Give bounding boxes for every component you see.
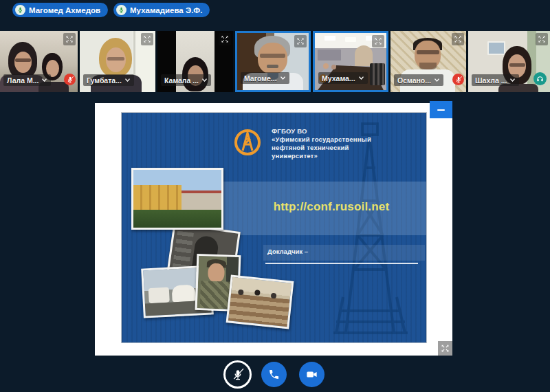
expand-icon[interactable] <box>63 33 76 45</box>
expand-icon[interactable] <box>294 35 307 47</box>
mic-muted-icon <box>232 369 244 381</box>
camera-icon <box>305 368 318 381</box>
screen-share-panel: ФГБОУ ВО «Уфимский государственный нефтя… <box>95 103 452 356</box>
participant-name-label[interactable]: Лала М... <box>3 74 51 86</box>
headphones-icon <box>534 72 547 85</box>
video-strip: Лала М... Гумбата... Камала ... Магоме..… <box>0 31 550 92</box>
mic-muted-icon <box>452 74 464 85</box>
participant-tile[interactable]: Османо... <box>390 31 466 92</box>
speaking-badges: Магомед Ахмедов Мухамадиева Э.Ф. <box>12 3 210 17</box>
chevron-down-icon <box>358 76 364 80</box>
presentation-slide: ФГБОУ ВО «Уфимский государственный нефтя… <box>121 112 427 343</box>
expand-icon[interactable] <box>219 33 231 45</box>
participant-tile-active[interactable]: Магоме... <box>235 31 311 92</box>
participant-name-label[interactable]: Камала ... <box>161 74 211 86</box>
participant-tile[interactable]: Гумбата... <box>80 31 155 92</box>
conference-url: http://conf.rusoil.net <box>252 200 410 214</box>
speaker-name: Мухамадиева Э.Ф. <box>130 6 202 14</box>
participant-name-label[interactable]: Мухама... <box>318 72 368 84</box>
participant-name-label[interactable]: Османо... <box>394 74 443 86</box>
speaker-underline <box>265 263 418 264</box>
chevron-down-icon <box>41 78 47 83</box>
expand-icon[interactable] <box>452 33 464 45</box>
expand-arrows-icon <box>441 344 450 353</box>
chevron-down-icon <box>124 78 131 83</box>
speaker-name: Магомед Ахмедов <box>29 6 100 14</box>
chevron-down-icon <box>509 78 516 83</box>
conference-app: Магомед Ахмедов Мухамадиева Э.Ф. Лала М.… <box>0 0 550 392</box>
participant-name-label[interactable]: Шахла ... <box>472 74 519 86</box>
minimize-button[interactable] <box>430 101 452 118</box>
photo-university-building <box>131 168 223 230</box>
speaker-badge[interactable]: Мухамадиева Э.Ф. <box>113 3 210 17</box>
participant-tile[interactable]: Шахла ... <box>468 31 550 92</box>
call-button[interactable] <box>261 362 287 387</box>
participant-tile[interactable]: Лала М... <box>0 31 78 92</box>
microphone-icon <box>116 5 126 15</box>
chevron-down-icon <box>201 78 208 83</box>
mic-toggle-button[interactable] <box>223 360 252 389</box>
expand-icon[interactable] <box>141 33 153 45</box>
resize-handle[interactable] <box>438 341 452 356</box>
participant-tile-active[interactable]: Мухама... <box>313 31 388 92</box>
camera-toggle-button[interactable] <box>299 362 324 387</box>
speaker-label: Докладчик – <box>267 248 308 255</box>
participant-name-label[interactable]: Магоме... <box>241 72 289 84</box>
organization-name: ФГБОУ ВО «Уфимский государственный нефтя… <box>272 127 371 160</box>
photo-classroom <box>226 274 294 329</box>
minimize-icon <box>437 109 445 111</box>
chevron-down-icon <box>434 78 440 83</box>
speaker-badge[interactable]: Магомед Ахмедов <box>12 3 108 17</box>
microphone-icon <box>15 5 25 15</box>
chevron-down-icon <box>280 76 286 80</box>
participant-tile[interactable]: Камала ... <box>157 31 233 92</box>
university-logo <box>233 128 262 157</box>
mic-muted-icon <box>64 74 76 85</box>
expand-icon[interactable] <box>372 35 384 47</box>
phone-icon <box>268 369 280 380</box>
expand-icon[interactable] <box>536 33 548 45</box>
participant-name-label[interactable]: Гумбата... <box>83 74 134 86</box>
